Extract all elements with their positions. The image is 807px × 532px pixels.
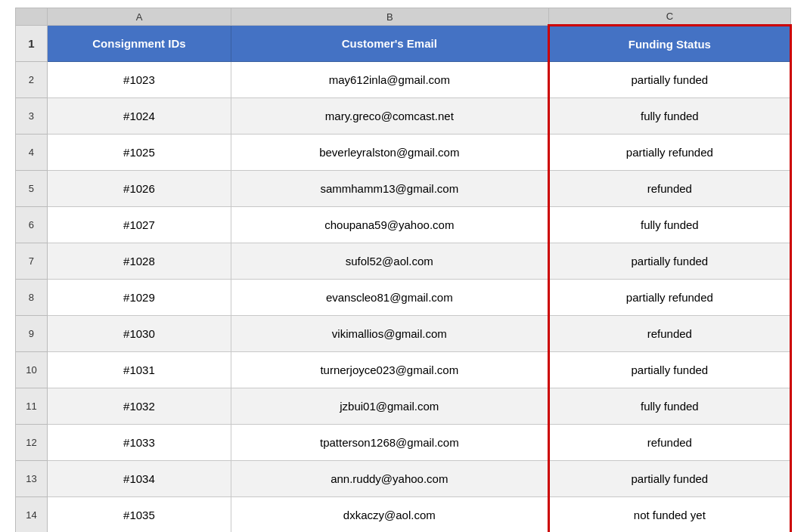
consignment-id-cell: #1023 [47,62,231,98]
consignment-id-cell: #1026 [47,171,231,207]
row-num-9: 9 [16,316,48,352]
table-row: 2#1023may612inla@gmail.compartially fund… [16,62,791,98]
consignment-id-cell: #1032 [47,388,231,425]
customer-email-cell: vikimallios@gmail.com [231,316,548,352]
row-num-3: 3 [16,98,48,135]
table-row: 12#1033tpatterson1268@gmail.comrefunded [16,425,791,461]
funding-status-cell: partially funded [548,62,790,98]
table-row: 11#1032jzbui01@gmail.comfully funded [16,388,791,425]
consignment-id-cell: #1030 [47,316,231,352]
row-num-14: 14 [16,497,48,533]
funding-status-cell: refunded [548,316,790,352]
row-num-1: 1 [16,26,48,62]
funding-status-cell: partially refunded [548,135,790,171]
customer-email-cell: sammhamm13@gmail.com [231,171,548,207]
funding-status-cell: fully funded [548,388,790,425]
table-row: 3#1024mary.greco@comcast.netfully funded [16,98,791,135]
consignment-id-cell: #1035 [47,497,231,533]
row-num-8: 8 [16,280,48,316]
row-num-12: 12 [16,425,48,461]
consignment-id-cell: #1029 [47,280,231,316]
funding-status-cell: partially refunded [548,280,790,316]
customer-email-cell: beverleyralston@gmail.com [231,135,548,171]
customer-email-cell: evanscleo81@gmail.com [231,280,548,316]
table-row: 9#1030vikimallios@gmail.comrefunded [16,316,791,352]
customer-email-cell: choupana59@yahoo.com [231,207,548,243]
table-row: 6#1027choupana59@yahoo.comfully funded [16,207,791,243]
consignment-id-cell: #1024 [47,98,231,135]
col-a-header: A [47,8,231,26]
funding-status-cell: fully funded [548,98,790,135]
table-row: 7#1028sufol52@aol.compartially funded [16,243,791,280]
header-row: 1 Consignment IDs Customer's Email Fundi… [16,26,791,62]
spreadsheet-table: A B C 1 Consignment IDs Customer's Email… [15,8,792,532]
funding-status-cell: not funded yet [548,497,790,533]
customer-email-cell: ann.ruddy@yahoo.com [231,461,548,497]
header-customer-email: Customer's Email [231,26,548,62]
consignment-id-cell: #1028 [47,243,231,280]
table-row: 4#1025beverleyralston@gmail.compartially… [16,135,791,171]
spreadsheet-container: A B C 1 Consignment IDs Customer's Email… [0,0,807,532]
funding-status-cell: refunded [548,171,790,207]
customer-email-cell: may612inla@gmail.com [231,62,548,98]
row-num-2: 2 [16,62,48,98]
table-row: 14#1035dxkaczy@aol.comnot funded yet [16,497,791,533]
funding-status-cell: partially funded [548,352,790,388]
corner-header [16,8,48,26]
customer-email-cell: tpatterson1268@gmail.com [231,425,548,461]
customer-email-cell: turnerjoyce023@gmail.com [231,352,548,388]
customer-email-cell: mary.greco@comcast.net [231,98,548,135]
funding-status-cell: fully funded [548,207,790,243]
row-num-10: 10 [16,352,48,388]
consignment-id-cell: #1025 [47,135,231,171]
row-num-4: 4 [16,135,48,171]
header-funding-status: Funding Status [548,26,790,62]
funding-status-cell: partially funded [548,461,790,497]
col-c-header: C [548,8,790,26]
row-num-13: 13 [16,461,48,497]
consignment-id-cell: #1034 [47,461,231,497]
row-num-6: 6 [16,207,48,243]
customer-email-cell: dxkaczy@aol.com [231,497,548,533]
table-row: 8#1029evanscleo81@gmail.compartially ref… [16,280,791,316]
customer-email-cell: jzbui01@gmail.com [231,388,548,425]
table-row: 5#1026sammhamm13@gmail.comrefunded [16,171,791,207]
column-letter-row: A B C [16,8,791,26]
row-num-11: 11 [16,388,48,425]
table-row: 13#1034ann.ruddy@yahoo.compartially fund… [16,461,791,497]
consignment-id-cell: #1027 [47,207,231,243]
funding-status-cell: refunded [548,425,790,461]
row-num-7: 7 [16,243,48,280]
row-num-5: 5 [16,171,48,207]
funding-status-cell: partially funded [548,243,790,280]
header-consignment-ids: Consignment IDs [47,26,231,62]
consignment-id-cell: #1033 [47,425,231,461]
customer-email-cell: sufol52@aol.com [231,243,548,280]
table-row: 10#1031turnerjoyce023@gmail.compartially… [16,352,791,388]
col-b-header: B [231,8,548,26]
consignment-id-cell: #1031 [47,352,231,388]
